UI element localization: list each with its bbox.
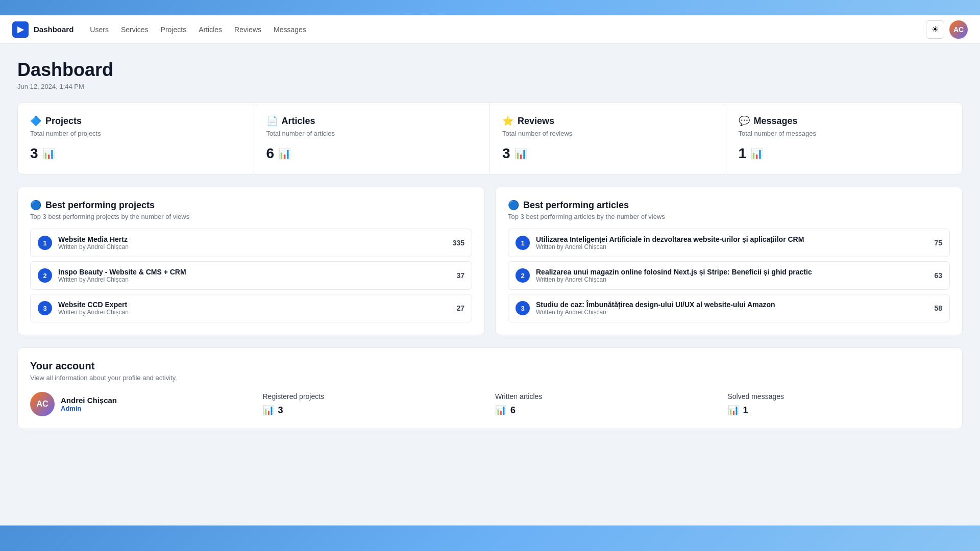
bar-chart-icon-projects: 📊	[42, 147, 55, 160]
account-user: AC Andrei Chișcan Admin	[30, 392, 253, 416]
footer-gradient-bar	[0, 525, 980, 551]
bar-chart-icon-reviews: 📊	[514, 147, 527, 160]
nav-item-users[interactable]: Users	[90, 25, 109, 34]
stat-bar-icon-articles: 📊	[495, 405, 506, 416]
stat-number-projects: 3 📊	[30, 145, 241, 162]
navbar: ▶ Dashboard Users Services Projects Arti…	[0, 15, 980, 44]
nav-item-projects[interactable]: Projects	[161, 25, 187, 34]
stat-card-articles: 📄 Articles Total number of articles 6 📊	[254, 103, 491, 174]
nav-item-messages[interactable]: Messages	[274, 25, 306, 34]
bar-chart-icon-messages: 📊	[750, 147, 763, 160]
stat-header-messages: 💬 Messages	[739, 115, 950, 127]
nav-item-articles[interactable]: Articles	[199, 25, 222, 34]
stat-bar-icon-projects: 📊	[263, 405, 274, 416]
project-author-3: Written by Andrei Chișcan	[58, 309, 129, 316]
account-user-role: Admin	[61, 405, 117, 412]
stat-title-articles: Articles	[282, 116, 315, 127]
project-info-2: Inspo Beauty - Website & CMS + CRM Writt…	[58, 268, 186, 283]
stat-subtitle-reviews: Total number of reviews	[502, 130, 714, 137]
article-name-3: Studiu de caz: Îmbunătățirea design-ului…	[536, 300, 775, 309]
article-item-left-1: 1 Utilizarea Inteligenței Artificiale în…	[516, 235, 804, 251]
stat-header-projects: 🔷 Projects	[30, 115, 241, 127]
project-views-1: 335	[453, 239, 464, 247]
best-articles-title: 🔵 Best performing articles	[508, 199, 950, 211]
stat-title-projects: Projects	[45, 116, 82, 127]
article-info-2: Realizarea unui magazin online folosind …	[536, 268, 812, 283]
account-subtitle: View all information about your profile …	[30, 374, 950, 382]
navbar-left: ▶ Dashboard Users Services Projects Arti…	[12, 21, 306, 38]
stat-subtitle-articles: Total number of articles	[266, 130, 478, 137]
project-info-1: Website Media Hertz Written by Andrei Ch…	[58, 235, 129, 251]
article-list-item: 3 Studiu de caz: Îmbunătățirea design-ul…	[508, 294, 950, 322]
account-user-avatar: AC	[30, 392, 55, 416]
stat-subtitle-messages: Total number of messages	[739, 130, 950, 137]
page-title: Dashboard	[17, 59, 963, 81]
stat-number-reviews: 3 📊	[502, 145, 714, 162]
project-list-item: 2 Inspo Beauty - Website & CMS + CRM Wri…	[30, 261, 472, 290]
account-stat-value-articles: 📊 6	[495, 405, 718, 416]
stat-card-projects: 🔷 Projects Total number of projects 3 📊	[18, 103, 254, 174]
brand-icon: ▶	[12, 21, 29, 38]
stat-card-reviews: ⭐ Reviews Total number of reviews 3 📊	[490, 103, 726, 174]
article-list-item: 1 Utilizarea Inteligenței Artificiale în…	[508, 229, 950, 257]
stat-title-reviews: Reviews	[518, 116, 554, 127]
stat-card-messages: 💬 Messages Total number of messages 1 📊	[726, 103, 963, 174]
article-rank-3: 3	[516, 301, 530, 315]
article-rank-2: 2	[516, 268, 530, 283]
navbar-brand: ▶ Dashboard	[12, 21, 74, 38]
best-articles-icon: 🔵	[508, 199, 519, 211]
best-projects-icon: 🔵	[30, 199, 41, 211]
project-author-1: Written by Andrei Chișcan	[58, 243, 129, 251]
stat-header-articles: 📄 Articles	[266, 115, 478, 127]
nav-item-services[interactable]: Services	[121, 25, 149, 34]
project-list-item: 3 Website CCD Expert Written by Andrei C…	[30, 294, 472, 322]
nav-links: Users Services Projects Articles Reviews…	[90, 25, 306, 34]
project-item-left-1: 1 Website Media Hertz Written by Andrei …	[38, 235, 129, 251]
article-info-3: Studiu de caz: Îmbunătățirea design-ului…	[536, 300, 775, 316]
project-views-2: 37	[456, 271, 464, 280]
nav-item-reviews[interactable]: Reviews	[234, 25, 261, 34]
account-user-info: Andrei Chișcan Admin	[61, 396, 117, 412]
account-user-name: Andrei Chișcan	[61, 396, 117, 405]
stat-number-articles: 6 📊	[266, 145, 478, 162]
project-list-item: 1 Website Media Hertz Written by Andrei …	[30, 229, 472, 257]
account-stat-label-projects: Registered projects	[263, 392, 485, 400]
theme-toggle-button[interactable]: ☀	[926, 20, 944, 39]
user-avatar[interactable]: AC	[949, 20, 968, 39]
account-stat-messages: Solved messages 📊 1	[728, 392, 950, 416]
account-stat-label-articles: Written articles	[495, 392, 718, 400]
article-views-1: 75	[934, 239, 942, 247]
article-author-3: Written by Andrei Chișcan	[536, 309, 775, 316]
reviews-icon: ⭐	[502, 115, 513, 127]
stat-number-messages: 1 📊	[739, 145, 950, 162]
brand-name: Dashboard	[34, 25, 74, 34]
article-rank-1: 1	[516, 236, 530, 250]
article-item-left-2: 2 Realizarea unui magazin online folosin…	[516, 268, 812, 283]
account-stat-label-messages: Solved messages	[728, 392, 950, 400]
best-projects-title: 🔵 Best performing projects	[30, 199, 472, 211]
article-author-1: Written by Andrei Chișcan	[536, 243, 804, 251]
articles-icon: 📄	[266, 115, 278, 127]
best-projects-subtitle: Top 3 best performing projects by the nu…	[30, 213, 472, 220]
project-rank-1: 1	[38, 236, 52, 250]
article-list-item: 2 Realizarea unui magazin online folosin…	[508, 261, 950, 290]
stat-subtitle-projects: Total number of projects	[30, 130, 241, 137]
projects-icon: 🔷	[30, 115, 41, 127]
article-views-3: 58	[934, 304, 942, 312]
project-info-3: Website CCD Expert Written by Andrei Chi…	[58, 300, 129, 316]
account-stat-articles: Written articles 📊 6	[495, 392, 718, 416]
article-item-left-3: 3 Studiu de caz: Îmbunătățirea design-ul…	[516, 300, 775, 316]
project-name-2: Inspo Beauty - Website & CMS + CRM	[58, 268, 186, 276]
account-stat-value-messages: 📊 1	[728, 405, 950, 416]
stats-grid: 🔷 Projects Total number of projects 3 📊 …	[17, 103, 963, 174]
stat-bar-icon-messages: 📊	[728, 405, 739, 416]
navbar-right: ☀ AC	[926, 20, 968, 39]
account-card: Your account View all information about …	[17, 347, 963, 429]
project-name-3: Website CCD Expert	[58, 300, 129, 309]
best-articles-card: 🔵 Best performing articles Top 3 best pe…	[495, 187, 963, 335]
project-name-1: Website Media Hertz	[58, 235, 129, 243]
account-stat-value-projects: 📊 3	[263, 405, 485, 416]
account-stat-projects: Registered projects 📊 3	[263, 392, 485, 416]
messages-icon: 💬	[739, 115, 750, 127]
project-author-2: Written by Andrei Chișcan	[58, 276, 186, 283]
